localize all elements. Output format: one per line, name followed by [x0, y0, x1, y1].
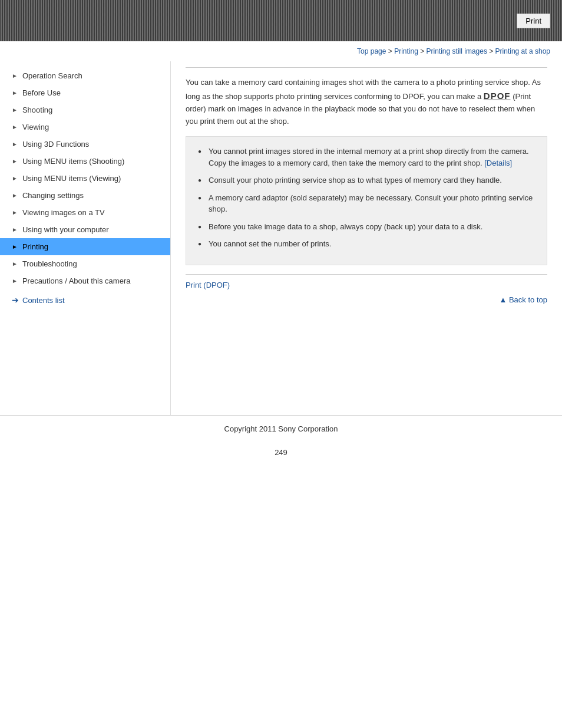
- arrow-icon: ►: [12, 192, 18, 199]
- arrow-icon: ►: [12, 278, 18, 284]
- page-number: 249: [0, 442, 562, 463]
- sidebar-item-label: Changing settings: [22, 191, 84, 200]
- sidebar-item-label: Using with your computer: [22, 225, 109, 234]
- sidebar-item-using-3d-functions[interactable]: ► Using 3D Functions: [0, 136, 170, 153]
- note-item-5: You cannot set the number of prints.: [198, 238, 535, 250]
- dpof-label: DPOF: [484, 91, 511, 101]
- main-layout: ► Operation Search ► Before Use ► Shooti…: [0, 61, 562, 415]
- print-dpof-link[interactable]: Print (DPOF): [186, 281, 230, 289]
- sidebar-item-shooting[interactable]: ► Shooting: [0, 101, 170, 118]
- main-content-area: You can take a memory card containing im…: [171, 61, 562, 415]
- intro-paragraph: You can take a memory card containing im…: [186, 77, 547, 127]
- sidebar-item-using-with-your-computer[interactable]: ► Using with your computer: [0, 221, 170, 238]
- sidebar-item-label: Precautions / About this camera: [22, 276, 131, 285]
- arrow-icon: ►: [12, 124, 18, 130]
- sidebar-item-before-use[interactable]: ► Before Use: [0, 84, 170, 101]
- arrow-icon: ►: [12, 90, 18, 96]
- back-to-top: Back to top: [186, 289, 547, 310]
- breadcrumb-top-page[interactable]: Top page: [357, 47, 386, 55]
- sidebar: ► Operation Search ► Before Use ► Shooti…: [0, 61, 171, 415]
- sidebar-item-using-menu-items-viewing[interactable]: ► Using MENU items (Viewing): [0, 170, 170, 187]
- footer: Copyright 2011 Sony Corporation: [0, 416, 562, 442]
- contents-list-link[interactable]: ➔ Contents list: [0, 289, 170, 311]
- arrow-icon: ►: [12, 209, 18, 216]
- note-box: You cannot print images stored in the in…: [186, 136, 547, 265]
- sidebar-item-label: Operation Search: [22, 71, 82, 80]
- sidebar-item-label: Using 3D Functions: [22, 140, 89, 149]
- arrow-icon: ►: [12, 261, 18, 267]
- sidebar-item-label: Before Use: [22, 88, 61, 97]
- breadcrumb-printing[interactable]: Printing: [394, 47, 418, 55]
- contents-list-label: Contents list: [22, 296, 65, 305]
- sidebar-item-troubleshooting[interactable]: ► Troubleshooting: [0, 255, 170, 272]
- note-item-3: A memory card adaptor (sold separately) …: [198, 192, 535, 215]
- arrow-icon: ►: [12, 175, 18, 182]
- sidebar-item-label: Using MENU items (Viewing): [22, 174, 121, 183]
- note-item-4: Before you take image data to a shop, al…: [198, 221, 535, 233]
- sidebar-item-label: Viewing: [22, 123, 49, 131]
- breadcrumb: Top page > Printing > Printing still ima…: [0, 41, 562, 61]
- sidebar-item-label: Shooting: [22, 106, 52, 114]
- sidebar-item-printing[interactable]: ► Printing: [0, 238, 170, 255]
- arrow-right-icon: ➔: [12, 295, 19, 305]
- sidebar-item-changing-settings[interactable]: ► Changing settings: [0, 187, 170, 204]
- arrow-icon: ►: [12, 243, 18, 250]
- bottom-divider: [186, 274, 547, 275]
- breadcrumb-printing-still-images[interactable]: Printing still images: [427, 47, 487, 55]
- notes-list: You cannot print images stored in the in…: [198, 146, 535, 250]
- arrow-icon: ►: [12, 107, 18, 113]
- sidebar-item-using-menu-items-shooting[interactable]: ► Using MENU items (Shooting): [0, 153, 170, 170]
- top-divider: [186, 67, 547, 68]
- sidebar-item-label: Troubleshooting: [22, 259, 77, 268]
- breadcrumb-printing-at-a-shop[interactable]: Printing at a shop: [495, 47, 550, 55]
- sidebar-item-operation-search[interactable]: ► Operation Search: [0, 67, 170, 84]
- sidebar-item-label: Viewing images on a TV: [22, 208, 105, 217]
- copyright-text: Copyright 2011 Sony Corporation: [224, 424, 338, 433]
- arrow-icon: ►: [12, 226, 18, 233]
- sidebar-item-precautions-about-camera[interactable]: ► Precautions / About this camera: [0, 272, 170, 289]
- sidebar-item-label: Printing: [22, 242, 48, 251]
- note-item-2: Consult your photo printing service shop…: [198, 174, 535, 186]
- details-link[interactable]: [Details]: [484, 159, 512, 167]
- print-button[interactable]: Print: [517, 14, 550, 28]
- sidebar-item-label: Using MENU items (Shooting): [22, 157, 124, 166]
- sidebar-item-viewing-images-on-tv[interactable]: ► Viewing images on a TV: [0, 204, 170, 221]
- arrow-icon: ►: [12, 73, 18, 79]
- arrow-icon: ►: [12, 158, 18, 164]
- note-item-1: You cannot print images stored in the in…: [198, 146, 535, 169]
- arrow-icon: ►: [12, 141, 18, 147]
- header: Print: [0, 0, 562, 41]
- back-to-top-link[interactable]: Back to top: [499, 295, 547, 304]
- sidebar-item-viewing[interactable]: ► Viewing: [0, 118, 170, 136]
